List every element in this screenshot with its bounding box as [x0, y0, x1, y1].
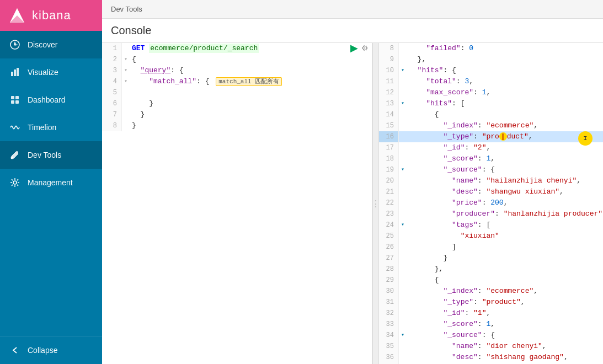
- line-content-1: GET ecommerce/product/_search: [130, 43, 350, 54]
- left-editor-pane: 1 GET ecommerce/product/_search ▶ ⚙ 2 ▾ …: [102, 43, 372, 364]
- output-line-14: 14 {: [379, 109, 603, 120]
- editor-line-6: 6 }: [102, 98, 372, 109]
- pane-divider[interactable]: ⋮: [372, 43, 379, 364]
- console-header: Console: [102, 19, 603, 43]
- line-content-6: }: [130, 98, 372, 109]
- output-line-36: 36 "desc": "shishang gaodang",: [379, 352, 603, 363]
- logo-text: kibana: [32, 8, 71, 23]
- method-keyword: GET: [132, 44, 145, 52]
- line-number-1: 1: [102, 43, 122, 54]
- svg-rect-8: [17, 68, 19, 76]
- logo-area[interactable]: kibana: [0, 0, 102, 31]
- tooltip-match-all: match_all 匹配所有: [216, 77, 282, 86]
- sidebar-label-discover: Discover: [28, 40, 57, 49]
- output-line-33: 33 "_score": 1,: [379, 319, 603, 330]
- sidebar-item-timelion[interactable]: Timelion: [0, 114, 102, 141]
- url-text: ecommerce/product/_search: [149, 44, 259, 53]
- line-number-5: 5: [102, 87, 122, 98]
- svg-rect-11: [11, 100, 14, 104]
- right-output-pane[interactable]: 8 "failed": 0 9 }, 10 ▾ "hits": { 11: [379, 43, 603, 364]
- editor-line-1: 1 GET ecommerce/product/_search ▶ ⚙: [102, 43, 372, 54]
- output-line-26: 26 ]: [379, 242, 603, 253]
- output-line-23: 23 "producer": "hanlanzhijia producer",: [379, 208, 603, 220]
- svg-rect-10: [15, 96, 19, 99]
- svg-rect-9: [11, 96, 14, 99]
- main-content: Dev Tools Console 1 GET ecommerce/produc…: [102, 0, 603, 364]
- collapse-label: Collapse: [28, 346, 57, 355]
- line-number-3: 3: [102, 65, 122, 76]
- sidebar-collapse-button[interactable]: Collapse: [0, 336, 102, 364]
- output-line-8: 8 "failed": 0: [379, 43, 603, 54]
- editor-line-8: 8 }: [102, 120, 372, 131]
- output-line-29: 29 {: [379, 275, 603, 286]
- section-title: Dev Tools: [111, 5, 142, 13]
- grid-icon: [9, 94, 21, 106]
- sidebar-item-discover[interactable]: Discover: [0, 31, 102, 58]
- output-line-35: 35 "name": "dior chenyi",: [379, 341, 603, 352]
- editor-line-2: 2 ▾ {: [102, 54, 372, 65]
- line-content-8: }: [130, 120, 372, 131]
- sidebar-item-management[interactable]: Management: [0, 169, 102, 196]
- editor-area: 1 GET ecommerce/product/_search ▶ ⚙ 2 ▾ …: [102, 43, 603, 364]
- editor-line-4: 4 ▾ "match_all": { match_all 匹配所有: [102, 76, 372, 87]
- output-line-18: 18 "_score": 1,: [379, 153, 603, 164]
- sidebar-item-dashboard[interactable]: Dashboard: [0, 86, 102, 114]
- output-line-10: 10 ▾ "hits": {: [379, 65, 603, 76]
- sidebar-label-devtools: Dev Tools: [28, 151, 61, 159]
- output-line-32: 32 "_id": "1",: [379, 308, 603, 319]
- output-line-11: 11 "total": 3,: [379, 76, 603, 87]
- output-line-9: 9 },: [379, 54, 603, 65]
- output-line-25: 25 "xiuxian": [379, 231, 603, 242]
- sidebar-label-management: Management: [28, 178, 73, 187]
- svg-rect-6: [11, 72, 13, 76]
- line-fold-4: ▾: [122, 76, 130, 87]
- svg-rect-7: [14, 69, 16, 76]
- run-button[interactable]: ▶: [350, 43, 358, 53]
- topbar: Dev Tools: [102, 0, 603, 19]
- editor-settings-button[interactable]: ⚙: [361, 44, 369, 52]
- sidebar: kibana Discover Visualize: [0, 0, 102, 364]
- console-label: Console: [111, 24, 151, 37]
- svg-rect-12: [15, 100, 19, 104]
- line-number-2: 2: [102, 54, 122, 65]
- output-line-22: 22 "price": 200,: [379, 197, 603, 208]
- sidebar-item-devtools[interactable]: Dev Tools: [0, 141, 102, 169]
- sidebar-item-visualize[interactable]: Visualize: [0, 58, 102, 86]
- line-number-7: 7: [102, 109, 122, 120]
- output-line-27: 27 }: [379, 253, 603, 264]
- bar-chart-icon: [9, 66, 21, 78]
- output-line-15: 15 "_index": "ecommerce",: [379, 120, 603, 131]
- wrench-icon: [9, 149, 21, 161]
- output-line-24: 24 ▾ "tags": [: [379, 220, 603, 231]
- line-fold-2: ▾: [122, 54, 130, 65]
- line-fold-3: ▾: [122, 65, 130, 76]
- output-line-19: 19 ▾ "_source": {: [379, 164, 603, 175]
- line-number-4: 4: [102, 76, 122, 87]
- compass-icon: [9, 39, 21, 51]
- output-line-30: 30 "_index": "ecommerce",: [379, 286, 603, 297]
- output-line-17: 17 "_id": "2",: [379, 142, 603, 153]
- sidebar-label-dashboard: Dashboard: [28, 95, 66, 104]
- output-line-21: 21 "desc": "shangwu xiuxian",: [379, 186, 603, 197]
- wave-icon: [9, 121, 21, 133]
- output-line-12: 12 "max_score": 1,: [379, 87, 603, 98]
- kibana-logo-icon: [8, 6, 26, 25]
- output-line-28: 28 },: [379, 264, 603, 275]
- sidebar-label-timelion: Timelion: [28, 123, 56, 132]
- line-content-4: "match_all": { match_all 匹配所有: [130, 76, 372, 87]
- output-line-13: 13 ▾ "hits": [: [379, 98, 603, 109]
- editor-line-3: 3 ▾ "query": {: [102, 65, 372, 76]
- output-line-31: 31 "_type": "product",: [379, 297, 603, 308]
- editor-line-7: 7 }: [102, 109, 372, 120]
- editor-line-5: 5: [102, 87, 372, 98]
- line-content-3: "query": {: [130, 65, 372, 76]
- output-line-16: 16 "_type": "pro|duct", I: [379, 131, 603, 142]
- svg-point-14: [13, 181, 17, 184]
- left-editor-content[interactable]: 1 GET ecommerce/product/_search ▶ ⚙ 2 ▾ …: [102, 43, 372, 364]
- svg-marker-5: [15, 44, 18, 46]
- line-content-7: }: [130, 109, 372, 120]
- line-number-6: 6: [102, 98, 122, 109]
- line-number-8: 8: [102, 120, 122, 131]
- collapse-icon: [9, 344, 21, 356]
- sidebar-label-visualize: Visualize: [28, 68, 58, 77]
